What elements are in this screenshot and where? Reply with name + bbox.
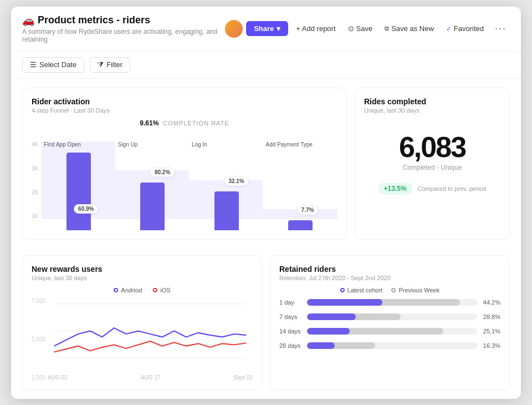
curr-bar-1 <box>307 299 382 306</box>
select-date-button[interactable]: ☰ Select Date <box>22 57 84 73</box>
retained-riders-card: Retained riders Retention, Jul 27th 2020… <box>270 255 510 390</box>
line-x-labels: AUG 02 AUG 17 Sept 02 <box>48 374 253 381</box>
rides-big-number-sub: Completed - Unique <box>364 164 500 171</box>
page-title: 🚗 Product metrics - riders <box>22 14 219 27</box>
change-badge: +13.5% Compared to prev. period <box>378 183 487 195</box>
completion-rate-text: COMPLETION RATE <box>163 120 229 126</box>
retained-bar-track-14 <box>307 328 477 335</box>
completion-rate-label: 9.61% COMPLETION RATE <box>32 119 337 127</box>
check-icon: ✓ <box>446 25 452 33</box>
curr-bar-14 <box>307 328 350 335</box>
new-rewards-subtitle: Unique, last 30 days <box>32 275 253 281</box>
curr-bar-7 <box>307 313 356 320</box>
rides-completed-subtitle: Unique, last 30 days <box>364 107 420 114</box>
funnel-col-4: Add Payment Type 7.7% <box>264 130 337 230</box>
share-button[interactable]: Share ▾ <box>246 21 288 36</box>
add-report-button[interactable]: + Add report <box>291 22 340 36</box>
legend-latest-cohort: Latest cohort <box>340 287 383 293</box>
page-subtitle: A summary of how RydeShare users are act… <box>22 28 219 43</box>
retained-row-7days: 7 days 28.8% <box>279 313 500 320</box>
latest-cohort-dot <box>340 288 345 292</box>
bottom-row: New rewards users Unique, last 30 days A… <box>22 247 510 390</box>
android-dot <box>114 288 118 292</box>
funnel-col-3: Log In 32.1% <box>190 130 263 230</box>
line-chart-container: 7,500 5,000 2,500 <box>32 298 253 381</box>
funnel-bar-4 <box>288 220 313 230</box>
change-desc: Compared to prev. period <box>418 185 487 192</box>
y-axis: 4K 3K 2K 1K <box>32 141 42 219</box>
header: 🚗 Product metrics - riders A summary of … <box>11 7 521 52</box>
app-window: 🚗 Product metrics - riders A summary of … <box>11 7 521 399</box>
rider-activation-title: Rider activation <box>32 97 337 106</box>
chevron-down-icon: ▾ <box>277 24 280 33</box>
funnel-pct-3: 32.1% <box>224 176 248 186</box>
retained-row-14days: 14 days 25.1% <box>279 328 500 335</box>
funnel-chart-area: First App Open 60.9% Sign Up <box>42 130 337 230</box>
line-chart: AUG 02 AUG 17 Sept 02 <box>48 298 253 381</box>
rides-completed-title: Rides completed <box>364 97 426 106</box>
header-left: 🚗 Product metrics - riders A summary of … <box>22 14 219 43</box>
filter-button[interactable]: ⧩ Filter <box>90 57 130 73</box>
change-pill: +13.5% <box>378 183 412 195</box>
funnel-bar-2 <box>140 183 165 230</box>
ios-dot <box>153 288 157 292</box>
rider-activation-subtitle: 4-step Funnel · Last 30 Days <box>32 107 337 114</box>
calendar-icon: ☰ <box>30 60 37 69</box>
funnel-pct-1: 60.9% <box>74 204 98 214</box>
retained-riders-subtitle: Retention, Jul 27th 2020 - Sept 2nd 2020 <box>279 275 500 281</box>
filter-icon: ⧩ <box>98 60 104 69</box>
funnel-pct-4: 7.7% <box>297 205 319 215</box>
legend-prev-week: Previous Week <box>391 287 439 293</box>
rider-activation-card: Rider activation 4-step Funnel · Last 30… <box>22 88 347 240</box>
new-rewards-legend: Andriod iOS <box>32 287 253 293</box>
more-options-button[interactable]: ··· <box>492 21 510 37</box>
prev-week-dot <box>391 288 396 292</box>
save-icon: ⊙ <box>348 24 354 33</box>
retained-bar-track-1 <box>307 299 477 306</box>
line-y-labels: 7,500 5,000 2,500 <box>32 298 45 381</box>
main-content: Rider activation 4-step Funnel · Last 30… <box>11 79 521 399</box>
completion-rate-pct: 9.61% <box>140 119 158 127</box>
copy-icon: ⧉ <box>385 25 389 32</box>
funnel-pct-2: 80.2% <box>150 168 175 177</box>
header-actions: Share ▾ + Add report ⊙ Save ⧉ Save as Ne… <box>225 20 510 38</box>
save-button[interactable]: ⊙ Save <box>344 22 377 36</box>
toolbar: ☰ Select Date ⧩ Filter <box>11 52 521 79</box>
favorited-button[interactable]: ✓ Favorited <box>442 22 488 36</box>
save-as-new-button[interactable]: ⧉ Save as New <box>380 22 438 36</box>
legend-android: Andriod <box>114 287 142 293</box>
funnel-bar-3 <box>214 191 239 230</box>
new-rewards-card: New rewards users Unique, last 30 days A… <box>22 255 262 390</box>
retained-row-1day: 1 day 44.2% <box>279 299 500 306</box>
car-icon: 🚗 <box>22 14 34 27</box>
new-rewards-title: New rewards users <box>32 265 253 274</box>
funnel-col-2: Sign Up 80.2% <box>116 130 190 230</box>
avatar <box>225 20 243 38</box>
rides-completed-card: Rides completed Unique, last 30 days 6,0… <box>355 88 510 240</box>
funnel-col-1: First App Open 60.9% <box>42 130 115 230</box>
line-chart-svg <box>48 298 253 370</box>
retained-legend: Latest cohort Previous Week <box>279 287 500 293</box>
retained-riders-title: Retained riders <box>279 265 500 274</box>
curr-bar-28 <box>307 342 335 349</box>
retained-bar-track-28 <box>307 342 477 349</box>
funnel-bar-1 <box>66 153 91 230</box>
legend-ios: iOS <box>153 287 170 293</box>
rides-big-number: 6,083 <box>364 133 500 161</box>
retained-bar-track-7 <box>307 313 477 320</box>
retained-row-28days: 28 days 16.3% <box>279 342 500 349</box>
funnel-columns: First App Open 60.9% Sign Up <box>42 130 337 230</box>
